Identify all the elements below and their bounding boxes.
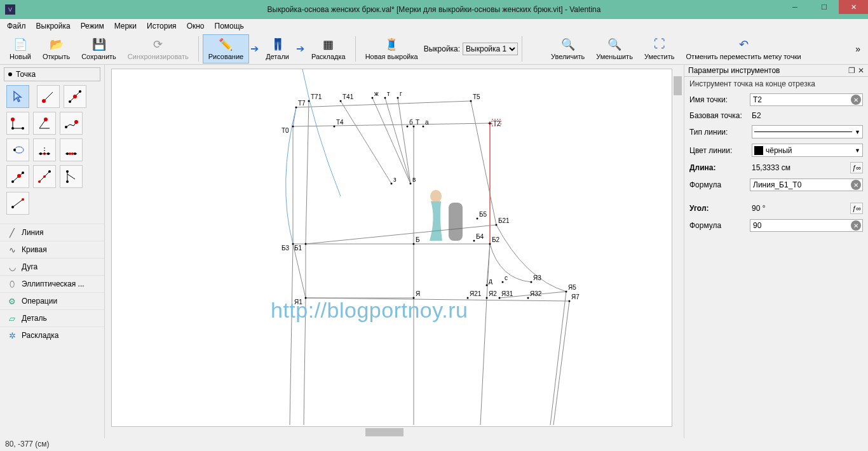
svg-point-43 xyxy=(430,190,442,203)
chevron-down-icon: ▼ xyxy=(855,129,860,135)
tool-pointer[interactable] xyxy=(6,85,29,108)
save-icon: 💾 xyxy=(92,37,106,51)
svg-point-25 xyxy=(69,152,71,155)
svg-point-31 xyxy=(22,172,24,174)
menu-mode[interactable]: Режим xyxy=(76,20,109,32)
zoom-in-icon: 🔍 xyxy=(561,37,575,51)
zoom-in-button[interactable]: 🔍Увеличить xyxy=(545,34,590,64)
coords-readout: 80, -377 (см) xyxy=(5,440,50,448)
menu-window[interactable]: Окно xyxy=(182,20,209,32)
length-value: 15,3333 см xyxy=(752,163,845,172)
new-pattern-button[interactable]: 🧵Новая выкройка xyxy=(360,34,424,64)
zoom-fit-button[interactable]: ⛶Уместить xyxy=(639,34,681,64)
base-point-label: Базовая точка: xyxy=(689,111,747,120)
save-button[interactable]: 💾Сохранить xyxy=(76,34,122,64)
tool-group-header[interactable]: Точка xyxy=(4,67,100,81)
zoom-out-icon: 🔍 xyxy=(607,37,621,51)
angle-label: Угол: xyxy=(689,204,747,213)
cat-line[interactable]: ╱Линия xyxy=(0,224,104,241)
toolbar: 📄Новый 📂Открыть 💾Сохранить ⟳Синхронизиро… xyxy=(0,33,868,65)
tool-point-normal[interactable] xyxy=(6,112,29,135)
new-button[interactable]: 📄Новый xyxy=(4,34,37,64)
cat-ellipse[interactable]: ⬯Эллиптическая ... xyxy=(0,275,104,292)
maximize-button[interactable]: ☐ xyxy=(810,0,839,14)
angle-formula-input[interactable] xyxy=(750,219,863,232)
svg-point-29 xyxy=(11,180,14,183)
sync-icon: ⟳ xyxy=(153,37,163,51)
svg-point-26 xyxy=(71,152,74,155)
pattern-label: Выкройка: xyxy=(424,44,460,53)
menu-file[interactable]: Файл xyxy=(3,20,31,32)
ellipse-icon: ⬯ xyxy=(8,279,17,288)
window-title: Выкройка-основа женских брюк.val* [Мерки… xyxy=(0,5,868,14)
undo-button[interactable]: ↶Отменить переместить метку точки xyxy=(681,34,807,64)
details-mode-button[interactable]: 👖Детали xyxy=(260,34,295,64)
watermark-figure xyxy=(417,184,468,260)
canvas-area: http://blogportnoy.ru xyxy=(105,65,684,438)
cat-operations[interactable]: ⚙Операции xyxy=(0,292,104,309)
svg-point-34 xyxy=(43,175,46,178)
zoom-out-button[interactable]: 🔍Уменьшить xyxy=(590,34,639,64)
tool-point-axis[interactable] xyxy=(60,165,83,188)
toolbar-separator xyxy=(198,36,199,62)
cat-layout[interactable]: ✲Раскладка xyxy=(0,326,104,344)
close-button[interactable]: ✕ xyxy=(839,0,868,14)
svg-point-41 xyxy=(11,206,14,208)
draw-mode-button[interactable]: ✏️Рисование xyxy=(203,34,249,64)
cat-detail[interactable]: ▱Деталь xyxy=(0,309,104,326)
angle-value: 90 ° xyxy=(752,204,845,213)
tool-point-endline[interactable] xyxy=(37,85,60,108)
properties-panel: Параметры инструментов ❐✕ Инструмент точ… xyxy=(684,65,868,438)
drawing-canvas[interactable]: http://blogportnoy.ru xyxy=(111,69,672,427)
length-label: Длина: xyxy=(689,163,747,172)
tool-point-contact[interactable] xyxy=(6,138,29,161)
vertical-scrollbar[interactable] xyxy=(673,69,682,427)
menu-history[interactable]: История xyxy=(142,20,181,32)
svg-point-16 xyxy=(15,147,24,153)
clear-icon[interactable]: ✕ xyxy=(851,95,861,105)
svg-point-8 xyxy=(11,127,14,130)
tool-point-alongline[interactable] xyxy=(64,85,86,108)
length-formula-input[interactable] xyxy=(750,178,863,191)
cat-curve[interactable]: ∿Кривая xyxy=(0,241,104,258)
menubar: Файл Выкройка Режим Мерки История Окно П… xyxy=(0,19,868,33)
titlebar: V Выкройка-основа женских брюк.val* [Мер… xyxy=(0,0,868,19)
open-button[interactable]: 📂Открыть xyxy=(37,34,76,64)
formula-button[interactable]: ƒ∞ xyxy=(850,203,863,214)
menu-help[interactable]: Помощь xyxy=(210,20,248,32)
layout-icon: ▦ xyxy=(323,37,334,51)
layout-mode-button[interactable]: ▦Раскладка xyxy=(306,34,351,64)
line-type-select[interactable]: ▼ xyxy=(752,125,863,138)
menu-measurements[interactable]: Мерки xyxy=(110,20,141,32)
arc-icon: ◡ xyxy=(8,262,17,271)
point-name-input[interactable] xyxy=(750,93,863,106)
tool-point-intersection[interactable] xyxy=(60,138,83,161)
minimize-button[interactable]: ─ xyxy=(780,0,810,14)
sync-button[interactable]: ⟳Синхронизировать xyxy=(122,34,194,64)
pattern-select[interactable]: Выкройка 1 xyxy=(463,43,518,55)
tool-point-triangle[interactable] xyxy=(33,138,56,161)
undock-icon[interactable]: ❐ xyxy=(848,66,855,75)
folder-open-icon: 📂 xyxy=(50,37,64,51)
horizontal-scrollbar[interactable] xyxy=(111,427,672,437)
panel-close-icon[interactable]: ✕ xyxy=(858,66,864,75)
svg-point-30 xyxy=(17,174,21,178)
base-point-value: Б2 xyxy=(752,111,863,120)
svg-rect-44 xyxy=(449,203,463,241)
tool-point-perpendicular[interactable] xyxy=(33,165,56,188)
menu-pattern[interactable]: Выкройка xyxy=(32,20,75,32)
tool-point-shoulder[interactable] xyxy=(60,112,83,135)
cat-arc[interactable]: ◡Дуга xyxy=(0,258,104,275)
tool-point-bisector[interactable] xyxy=(33,112,56,135)
clear-icon[interactable]: ✕ xyxy=(851,220,861,231)
arrow-icon: ➔ xyxy=(295,43,306,55)
svg-line-1 xyxy=(45,92,53,100)
toolbar-overflow[interactable]: » xyxy=(851,44,864,54)
detail-icon: 👖 xyxy=(271,37,285,51)
tool-point-segment[interactable] xyxy=(6,192,29,215)
formula-button[interactable]: ƒ∞ xyxy=(850,162,863,173)
line-color-select[interactable]: чёрный▼ xyxy=(752,144,863,157)
clear-icon[interactable]: ✕ xyxy=(851,180,861,190)
tool-name: Инструмент точка на конце отрезка xyxy=(684,77,868,91)
tool-point-xy[interactable] xyxy=(6,165,29,188)
